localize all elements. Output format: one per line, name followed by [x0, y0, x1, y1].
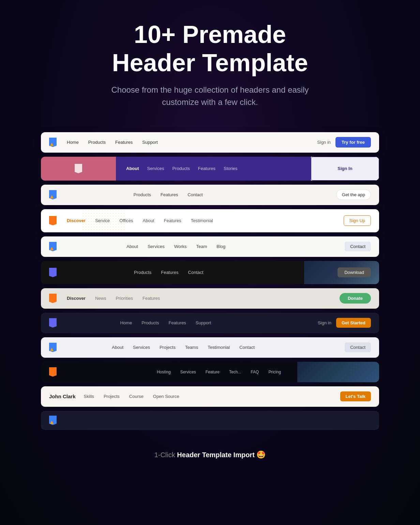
nav-link-course-11[interactable]: Course — [129, 394, 144, 399]
sign-in-link-1[interactable]: Sign in — [317, 140, 331, 145]
nav-link-home[interactable]: Home — [67, 140, 79, 145]
nav-link-priorities-7[interactable]: Priorities — [116, 296, 133, 301]
nav-link-products-6[interactable]: Products — [134, 270, 151, 275]
nav-link-hosting-10[interactable]: Hosting — [157, 370, 171, 374]
nav-link-offices-4[interactable]: Offices — [119, 218, 133, 223]
card2-cta-panel: Sign In — [311, 157, 379, 181]
nav-7: Discover News Priorities Features — [67, 296, 160, 301]
nav-link-projects-11[interactable]: Projects — [104, 394, 120, 399]
nav-5: About Services Works Team Blog — [126, 244, 225, 249]
logo-6 — [49, 267, 60, 278]
nav-link-news-7[interactable]: News — [95, 296, 106, 301]
footer-text-normal: 1-Click — [154, 451, 175, 459]
nav-link-home-8[interactable]: Home — [120, 320, 132, 325]
header-card-10: Hosting Services Feature Tech... FAQ Pri… — [41, 362, 379, 382]
nav-3: Products Features Contact — [134, 192, 203, 197]
get-started-button-8[interactable]: Get Started — [336, 318, 371, 328]
nav-link-services-5[interactable]: Services — [148, 244, 165, 249]
card2-logo-panel — [41, 157, 116, 181]
nav-link-features-6[interactable]: Features — [161, 270, 178, 275]
nav-link-contact-3[interactable]: Contact — [188, 192, 203, 197]
header-previews: Home Products Features Support Sign in T… — [0, 122, 420, 444]
nav-link-testimonial-4[interactable]: Testimonial — [191, 218, 213, 223]
header-card-8: Home Products Features Support Sign in G… — [41, 313, 379, 333]
nav-link-team-5[interactable]: Team — [196, 244, 207, 249]
cta-group-5: Contact — [345, 242, 371, 251]
contact-button-9[interactable]: Contact — [345, 342, 371, 352]
nav-link-services-2[interactable]: Services — [147, 166, 164, 171]
get-app-button[interactable]: Get the app — [336, 189, 371, 200]
nav-4: Discover Service Offices About Features … — [67, 218, 213, 223]
nav-link-stories-2[interactable]: Stories — [224, 166, 237, 171]
contact-button-5[interactable]: Contact — [345, 242, 371, 251]
nav-link-products-3[interactable]: Products — [134, 192, 151, 197]
nav-link-discover-4[interactable]: Discover — [67, 218, 86, 223]
lets-talk-button-11[interactable]: Let's Talk — [340, 391, 371, 401]
header-card-5: About Services Works Team Blog Contact — [41, 236, 379, 257]
nav-link-services-9[interactable]: Services — [133, 345, 150, 350]
nav-6: Products Features Contact — [134, 270, 203, 275]
nav-link-features-3[interactable]: Features — [161, 192, 178, 197]
sign-in-button-2[interactable]: Sign In — [311, 157, 379, 181]
nav-link-features-7[interactable]: Features — [142, 296, 160, 301]
sign-in-link-8[interactable]: Sign in — [318, 320, 331, 325]
download-button-6[interactable]: Download — [338, 267, 371, 277]
cta-group-6: Download — [338, 267, 371, 277]
nav-link-opensource-11[interactable]: Open Source — [153, 394, 179, 399]
nav-link-testimonial-9[interactable]: Testimonial — [208, 345, 230, 350]
header-card-1: Home Products Features Support Sign in T… — [41, 132, 379, 153]
nav-10: Hosting Services Feature Tech... FAQ Pri… — [157, 370, 281, 374]
nav-link-faq-10[interactable]: FAQ — [251, 370, 259, 374]
header-card-11: John Clark Skills Projects Course Open S… — [41, 386, 379, 407]
hero-title: 10+ Premade Header Template — [14, 20, 406, 77]
nav-link-features-2[interactable]: Features — [198, 166, 215, 171]
hero-section: 10+ Premade Header Template Choose from … — [0, 0, 420, 122]
nav-link-skills-11[interactable]: Skills — [84, 394, 94, 399]
cta-group-11: Let's Talk — [340, 391, 371, 401]
nav-link-contact-6[interactable]: Contact — [188, 270, 204, 275]
nav-link-about-4[interactable]: About — [143, 218, 154, 223]
hero-subtitle: Choose from the huge collection of heade… — [94, 84, 326, 108]
nav-link-pricing-10[interactable]: Pricing — [268, 370, 281, 374]
footer-emoji: 🤩 — [256, 450, 266, 459]
nav-link-products-2[interactable]: Products — [172, 166, 190, 171]
nav-link-about-9[interactable]: About — [112, 345, 123, 350]
logo-3 — [49, 189, 60, 200]
footer-section: 1-Click Header Template Import 🤩 — [0, 444, 420, 469]
nav-link-about-2[interactable]: About — [126, 166, 139, 171]
nav-link-discover-7[interactable]: Discover — [67, 296, 86, 301]
try-free-button[interactable]: Try for free — [335, 137, 371, 148]
cta-group-8: Sign in Get Started — [318, 318, 371, 328]
nav-link-features[interactable]: Features — [115, 140, 133, 145]
header-card-12 — [41, 411, 379, 430]
nav-link-blog-5[interactable]: Blog — [216, 244, 225, 249]
nav-link-teams-9[interactable]: Teams — [185, 345, 198, 350]
nav-link-support-8[interactable]: Support — [196, 320, 211, 325]
logo-5 — [49, 241, 60, 252]
header-card-2: About Services Products Features Stories… — [41, 157, 379, 181]
cta-group-7: Donate — [340, 293, 371, 304]
nav-link-feature-10[interactable]: Feature — [206, 370, 220, 374]
nav-link-features-8[interactable]: Features — [168, 320, 186, 325]
nav-link-contact-9[interactable]: Contact — [239, 345, 255, 350]
header-card-4: Discover Service Offices About Features … — [41, 209, 379, 232]
nav-link-features-4[interactable]: Features — [164, 218, 181, 223]
nav-link-tech-10[interactable]: Tech... — [229, 370, 241, 374]
cta-group-4: Sign Up — [344, 215, 371, 226]
nav-8: Home Products Features Support — [120, 320, 211, 325]
nav-link-projects-9[interactable]: Projects — [160, 345, 176, 350]
nav-link-products-8[interactable]: Products — [141, 320, 159, 325]
nav-link-products[interactable]: Products — [88, 140, 106, 145]
cta-group-3: Get the app — [336, 189, 371, 200]
header-card-3: Products Features Contact Get the app — [41, 185, 379, 205]
nav-link-service-4[interactable]: Service — [95, 218, 110, 223]
nav-link-support[interactable]: Support — [142, 140, 158, 145]
nav-link-about-5[interactable]: About — [126, 244, 138, 249]
footer-template-label: Header Template Import — [177, 451, 254, 459]
nav-link-services-10[interactable]: Services — [180, 370, 196, 374]
donate-button-7[interactable]: Donate — [340, 293, 371, 304]
sign-up-button-4[interactable]: Sign Up — [344, 215, 371, 226]
logo-1 — [49, 137, 60, 148]
logo-7 — [49, 293, 60, 304]
nav-link-works-5[interactable]: Works — [174, 244, 187, 249]
